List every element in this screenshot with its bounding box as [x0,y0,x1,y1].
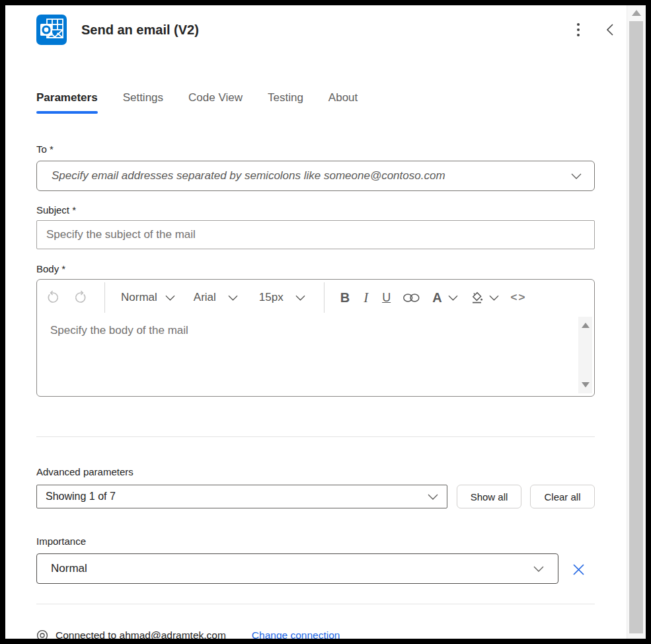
to-combobox[interactable] [36,161,595,191]
clear-all-button[interactable]: Clear all [530,485,595,508]
tab-testing[interactable]: Testing [268,91,303,114]
font-color-icon: A [432,290,441,305]
section-divider [36,436,595,437]
chevron-down-icon [165,295,175,301]
font-size-dropdown[interactable]: 15px [259,291,305,304]
subject-field[interactable] [36,220,595,249]
chevron-left-icon [605,23,614,36]
toolbar-divider [104,282,105,313]
underline-button[interactable]: U [382,291,391,305]
redo-icon [73,290,89,305]
toolbar-divider [324,282,325,313]
connected-text: Connected to ahmad@adramtek.com [56,629,226,639]
outlook-icon [36,15,67,45]
connection-footer: Connected to ahmad@adramtek.com Change c… [36,629,340,639]
paragraph-style-dropdown[interactable]: Normal [121,291,175,304]
italic-button[interactable]: I [362,290,370,306]
panel-scrollbar[interactable] [627,5,646,639]
highlight-color-dropdown[interactable] [470,291,499,304]
scrollbar-thumb[interactable] [629,21,643,633]
chevron-down-icon [228,295,238,301]
advanced-parameters-dropdown[interactable]: Showing 1 of 7 [36,485,447,508]
to-label: To * [36,143,54,155]
body-placeholder: Specify the body of the mail [50,324,188,337]
section-divider [36,604,595,604]
link-icon [402,293,420,303]
font-family-dropdown[interactable]: Arial [194,291,238,304]
action-title: Send an email (V2) [81,22,199,38]
action-panel: Send an email (V2) Parameters Settings C… [5,5,646,639]
chevron-down-icon [295,295,305,301]
chevron-down-icon [533,566,544,572]
panel-header: Send an email (V2) [36,15,199,45]
remove-importance-button[interactable] [569,560,588,579]
collapse-panel-button[interactable] [599,19,619,40]
redo-button[interactable] [73,290,89,305]
active-tab-underline [36,111,98,114]
advanced-dropdown-value: Showing 1 of 7 [46,491,116,503]
importance-label: Importance [36,536,86,547]
advanced-parameters-label: Advanced parameters [36,466,134,477]
code-view-button[interactable]: <> [511,291,527,304]
close-x-icon [572,563,585,576]
rich-text-editor: Normal Arial 15px B I U A [36,279,595,397]
tab-parameters[interactable]: Parameters [36,91,98,114]
bold-button[interactable]: B [340,290,350,305]
undo-icon [45,290,61,305]
chevron-down-icon [489,295,499,301]
show-all-button[interactable]: Show all [457,485,521,508]
more-options-button[interactable] [568,19,588,40]
body-input[interactable]: Specify the body of the mail [37,315,594,396]
undo-button[interactable] [45,290,61,305]
connection-icon [36,629,48,639]
tab-settings[interactable]: Settings [123,91,163,114]
importance-value: Normal [51,562,87,575]
to-input[interactable] [50,169,571,183]
subject-label: Subject * [36,204,76,216]
change-connection-link[interactable]: Change connection [252,629,340,639]
chevron-down-icon [448,295,458,301]
tab-bar: Parameters Settings Code View Testing Ab… [36,91,358,114]
scroll-down-icon[interactable] [582,382,590,387]
editor-scrollbar[interactable] [578,317,592,393]
importance-dropdown[interactable]: Normal [36,553,558,584]
scroll-up-button[interactable] [632,10,641,16]
scroll-up-icon[interactable] [582,323,590,328]
chevron-down-icon [428,494,438,500]
subject-input[interactable] [45,227,586,242]
tab-code-view[interactable]: Code View [188,91,243,114]
highlight-bucket-icon [470,291,484,304]
editor-toolbar: Normal Arial 15px B I U A [37,280,594,315]
tab-about[interactable]: About [328,91,358,114]
more-options-icon [577,23,580,26]
body-label: Body * [36,263,65,274]
chevron-down-icon [571,173,582,179]
insert-link-button[interactable] [402,293,420,303]
font-color-dropdown[interactable]: A [432,290,457,305]
